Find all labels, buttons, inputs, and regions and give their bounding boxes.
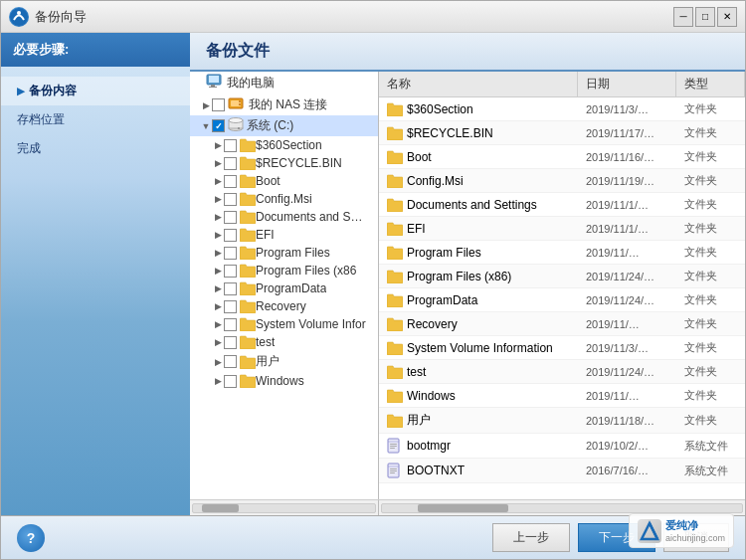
tree-checkbox[interactable] (224, 247, 237, 260)
tree-checkbox[interactable] (224, 300, 237, 313)
tree-checkbox[interactable] (224, 336, 237, 349)
list-cell-name: Windows (379, 387, 578, 405)
col-header-type[interactable]: 类型 (676, 72, 745, 96)
list-item[interactable]: ProgramData 2019/11/24/… 文件夹 (379, 288, 745, 312)
list-item[interactable]: BOOTNXT 2016/7/16/… 系统文件 (379, 459, 745, 483)
main-content: 必要步骤: ▶ 备份内容 存档位置 完成 备份文件 (1, 33, 745, 515)
list-cell-type: 系统文件 (676, 437, 745, 456)
tree-item-nas[interactable]: ▶ 我的 NAS 连接 (190, 94, 378, 115)
tree-item-recycle[interactable]: ▶ $RECYCLE.BIN (190, 154, 378, 172)
list-cell-date: 2019/11/24/… (578, 269, 676, 284)
tree-item-documents[interactable]: ▶ Documents and S… (190, 208, 378, 226)
sidebar-item-storage-location[interactable]: 存档位置 (1, 105, 190, 134)
minimize-button[interactable]: ─ (673, 7, 693, 27)
folder-icon (240, 138, 256, 152)
tree-checkbox-drive-c[interactable]: ✓ (212, 119, 225, 132)
list-item[interactable]: Windows 2019/11/… 文件夹 (379, 384, 745, 408)
tree-label: ProgramData (256, 281, 326, 295)
tree-item-recovery[interactable]: ▶ Recovery (190, 297, 378, 315)
list-item[interactable]: Documents and Settings 2019/11/1/… 文件夹 (379, 193, 745, 217)
tree-checkbox[interactable] (224, 211, 237, 224)
help-button[interactable]: ? (17, 524, 45, 552)
list-item[interactable]: Config.Msi 2019/11/19/… 文件夹 (379, 169, 745, 193)
tree-item-program-files-x86[interactable]: ▶ Program Files (x86 (190, 262, 378, 280)
tree-item-360section[interactable]: ▶ $360Section (190, 136, 378, 154)
folder-icon (387, 126, 403, 140)
tree-checkbox[interactable] (224, 193, 237, 206)
list-item[interactable]: test 2019/11/24/… 文件夹 (379, 360, 745, 384)
sidebar-item-backup-content[interactable]: ▶ 备份内容 (1, 77, 190, 105)
folder-icon (240, 299, 256, 313)
expand-icon: ▶ (212, 194, 224, 204)
tree-label-my-computer: 我的电脑 (227, 75, 275, 92)
list-item-name: Program Files (x86) (407, 270, 511, 283)
list-item[interactable]: Program Files (x86) 2019/11/24/… 文件夹 (379, 265, 745, 288)
tree-panel[interactable]: 我的电脑 ▶ (190, 72, 379, 499)
tree-checkbox[interactable] (224, 157, 237, 170)
tree-checkbox[interactable] (224, 139, 237, 152)
tree-item-drive-c[interactable]: ▼ ✓ (190, 115, 378, 136)
list-cell-type: 系统文件 (676, 462, 745, 480)
list-item[interactable]: Recovery 2019/11/… 文件夹 (379, 312, 745, 336)
tree-checkbox-nas[interactable] (212, 98, 225, 111)
tree-checkbox[interactable] (224, 175, 237, 188)
tree-checkbox[interactable] (224, 355, 237, 368)
list-item-name: bootmgr (407, 439, 451, 453)
folder-icon (387, 102, 403, 116)
prev-button[interactable]: 上一步 (492, 523, 570, 552)
col-header-name[interactable]: 名称 (379, 72, 578, 96)
list-item[interactable]: 用户 2019/11/18/… 文件夹 (379, 408, 745, 434)
title-bar: 备份向导 ─ □ ✕ (1, 1, 745, 33)
tree-item-config-msi[interactable]: ▶ Config.Msi (190, 190, 378, 208)
list-cell-date: 2019/10/2/… (578, 438, 676, 454)
svg-rect-17 (390, 446, 397, 447)
tree-item-boot[interactable]: ▶ Boot (190, 172, 378, 190)
svg-point-12 (229, 118, 243, 123)
list-header: 名称 日期 类型 (379, 72, 745, 97)
sidebar-item-complete[interactable]: 完成 (1, 134, 190, 163)
list-cell-type: 文件夹 (676, 290, 745, 309)
tree-item-system-volume[interactable]: ▶ System Volume Infor (190, 315, 378, 333)
list-cell-date: 2019/11/1/… (578, 197, 676, 213)
list-item[interactable]: Boot 2019/11/16/… 文件夹 (379, 145, 745, 169)
list-item-name: Config.Msi (407, 174, 464, 188)
list-item[interactable]: Program Files 2019/11/… 文件夹 (379, 241, 745, 265)
window-title: 备份向导 (35, 8, 673, 26)
tree-item-programdata[interactable]: ▶ ProgramData (190, 280, 378, 297)
list-item-name: BOOTNXT (407, 464, 465, 477)
folder-icon (240, 374, 256, 388)
folder-icon (387, 198, 403, 212)
col-header-date[interactable]: 日期 (578, 72, 676, 96)
tree-item-my-computer[interactable]: 我的电脑 (190, 72, 378, 94)
watermark-logo (638, 519, 661, 543)
tree-item-test[interactable]: ▶ test (190, 333, 378, 351)
folder-icon (387, 389, 403, 403)
list-item[interactable]: System Volume Information 2019/11/3/… 文件… (379, 336, 745, 360)
list-item[interactable]: $RECYCLE.BIN 2019/11/17/… 文件夹 (379, 121, 745, 145)
list-item[interactable]: $360Section 2019/11/3/… 文件夹 (379, 97, 745, 121)
maximize-button[interactable]: □ (695, 7, 715, 27)
list-panel[interactable]: 名称 日期 类型 $360Section 2019/11/3/… 文件夹 $RE… (379, 72, 745, 499)
list-cell-name: Boot (379, 148, 578, 166)
tree-checkbox[interactable] (224, 265, 237, 278)
list-cell-date: 2019/11/… (578, 316, 676, 332)
list-item[interactable]: bootmgr 2019/10/2/… 系统文件 (379, 434, 745, 459)
tree-item-windows[interactable]: ▶ Windows (190, 372, 378, 390)
tree-checkbox[interactable] (224, 375, 237, 388)
expand-icon: ▶ (212, 248, 224, 258)
tree-item-users[interactable]: ▶ 用户 (190, 351, 378, 372)
close-button[interactable]: ✕ (717, 7, 737, 27)
tree-item-efi[interactable]: ▶ EFI (190, 226, 378, 244)
list-item[interactable]: EFI 2019/11/1/… 文件夹 (379, 217, 745, 241)
list-item-name: Boot (407, 150, 432, 164)
tree-item-program-files[interactable]: ▶ Program Files (190, 244, 378, 262)
tree-checkbox[interactable] (224, 229, 237, 242)
tree-checkbox[interactable] (224, 282, 237, 295)
list-item-name: Windows (407, 389, 456, 403)
window-controls: ─ □ ✕ (673, 7, 737, 27)
folder-icon (240, 210, 256, 224)
svg-point-0 (10, 8, 28, 26)
list-cell-type: 文件夹 (676, 147, 745, 166)
expand-icon: ▶ (212, 266, 224, 276)
tree-checkbox[interactable] (224, 318, 237, 331)
